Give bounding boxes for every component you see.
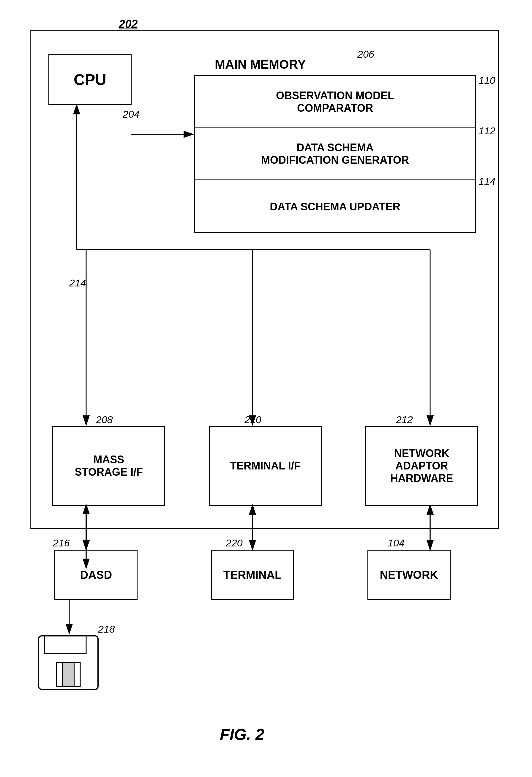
svg-rect-18 (44, 636, 86, 654)
terminal-if-ref-label: 210 (245, 414, 261, 426)
data-schema-updater-box: DATA SCHEMA UPDATER (195, 180, 475, 234)
observation-model-box: OBSERVATION MODELCOMPARATOR (195, 76, 475, 128)
terminal-box: TERMINAL (211, 550, 294, 600)
cpu-ref-label: 204 (123, 108, 140, 120)
terminal-ref-label: 220 (226, 537, 243, 549)
figure-202-label: 202 (119, 18, 138, 31)
diagram: 202 CPU 204 MAIN MEMORY 206 OBSERVATION … (18, 12, 514, 761)
bottom-boxes-row: MASSSTORAGE I/F TERMINAL I/F NETWORKADAP… (31, 426, 500, 506)
network-box: NETWORK (368, 550, 450, 600)
dasd-ref-label: 216 (53, 537, 70, 549)
cpu-box: CPU (48, 54, 132, 105)
main-memory-label: MAIN MEMORY (215, 58, 306, 72)
terminal-if-box: TERMINAL I/F (209, 426, 322, 506)
bus-ref-label: 214 (69, 277, 86, 289)
mass-storage-box: MASSSTORAGE I/F (52, 426, 165, 506)
outer-system-box: CPU 204 MAIN MEMORY 206 OBSERVATION MODE… (30, 30, 499, 529)
network-ref-label: 104 (388, 537, 405, 549)
memory-box: OBSERVATION MODELCOMPARATOR DATA SCHEMAM… (194, 75, 476, 233)
schema-updater-ref-label: 114 (479, 176, 496, 187)
floppy-disk-icon (36, 633, 101, 692)
figure-caption: FIG. 2 (220, 725, 264, 744)
observation-ref-label: 110 (479, 75, 496, 86)
data-schema-mod-box: DATA SCHEMAMODIFICATION GENERATOR (195, 128, 475, 180)
mass-storage-ref-label: 208 (96, 414, 113, 426)
network-adaptor-box: NETWORKADAPTORHARDWARE (365, 426, 478, 506)
cpu-label: CPU (74, 71, 106, 89)
svg-rect-20 (62, 663, 74, 686)
dasd-box: DASD (54, 550, 138, 600)
external-boxes-row: DASD TERMINAL NETWORK (18, 550, 487, 600)
main-memory-ref: 206 (357, 48, 374, 60)
network-adaptor-ref-label: 212 (396, 414, 413, 426)
schema-mod-ref-label: 112 (479, 125, 496, 137)
